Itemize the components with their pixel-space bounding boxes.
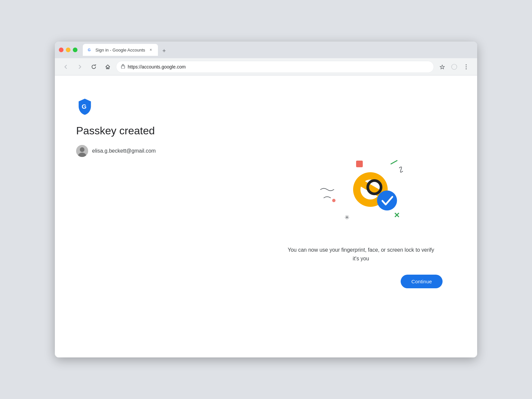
new-tab-button[interactable]: + [159, 46, 169, 56]
avatar [76, 145, 88, 157]
menu-button[interactable] [461, 61, 472, 72]
user-email: elisa.g.beckett@gmail.com [92, 148, 156, 154]
browser-window: G Sign in - Google Accounts × + [55, 42, 477, 357]
home-button[interactable] [102, 61, 113, 72]
page-title: Passkey created [76, 125, 266, 137]
tab-favicon-icon: G [87, 47, 93, 53]
svg-point-5 [466, 66, 467, 67]
forward-icon [77, 64, 82, 69]
minimize-window-button[interactable] [66, 48, 70, 52]
back-icon [63, 64, 68, 69]
title-bar: G Sign in - Google Accounts × + [55, 42, 477, 58]
svg-point-3 [452, 64, 457, 69]
lock-icon [121, 64, 125, 69]
star-icon [440, 64, 445, 69]
reload-button[interactable] [88, 61, 99, 72]
svg-point-4 [466, 64, 467, 65]
address-bar[interactable]: https://accounts.google.com [116, 61, 434, 73]
close-window-button[interactable] [59, 48, 64, 52]
tabs-row: G Sign in - Google Accounts × + [83, 44, 473, 56]
svg-line-12 [391, 161, 397, 164]
passkey-illustration: ✳ ✕ [305, 151, 418, 238]
svg-point-13 [332, 199, 335, 202]
toolbar-actions [437, 61, 472, 72]
svg-text:G: G [82, 103, 86, 110]
reload-icon [91, 64, 96, 69]
google-shield-logo: G [76, 98, 93, 115]
more-options-icon [466, 64, 467, 69]
key-illustration-svg: ✳ ✕ [305, 151, 418, 238]
main-layout: G Passkey created elisa.g.beckett@gmail.… [76, 91, 456, 341]
avatar-image [76, 145, 88, 157]
bookmark-button[interactable] [437, 61, 448, 72]
svg-rect-2 [121, 66, 125, 68]
svg-text:✳: ✳ [344, 214, 349, 221]
profile-button[interactable] [449, 61, 460, 72]
continue-button[interactable]: Continue [401, 275, 443, 288]
right-pane: ✳ ✕ [266, 91, 456, 341]
user-row: elisa.g.beckett@gmail.com [76, 145, 266, 157]
home-icon [105, 64, 110, 69]
active-tab[interactable]: G Sign in - Google Accounts × [83, 44, 158, 56]
description-text: You can now use your fingerprint, face, … [285, 246, 438, 263]
forward-button[interactable] [74, 61, 85, 72]
traffic-lights [59, 48, 77, 52]
svg-text:G: G [88, 48, 91, 52]
svg-point-6 [466, 68, 467, 69]
url-text: https://accounts.google.com [128, 64, 429, 69]
left-pane: G Passkey created elisa.g.beckett@gmail.… [76, 91, 266, 341]
svg-text:✕: ✕ [394, 211, 400, 219]
profile-icon [451, 64, 457, 70]
svg-rect-11 [356, 161, 363, 167]
maximize-window-button[interactable] [73, 48, 77, 52]
back-button[interactable] [60, 61, 71, 72]
svg-point-22 [377, 191, 397, 210]
toolbar: https://accounts.google.com [55, 58, 477, 75]
svg-point-9 [80, 147, 84, 152]
page-content: G Passkey created elisa.g.beckett@gmail.… [55, 75, 477, 357]
tab-title: Sign in - Google Accounts [95, 48, 145, 53]
tab-close-button[interactable]: × [148, 47, 154, 53]
